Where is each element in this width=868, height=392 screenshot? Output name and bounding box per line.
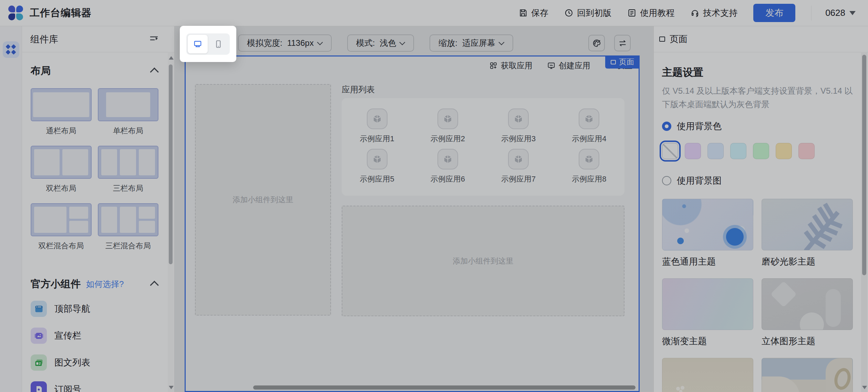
grid-plus-icon [489, 61, 498, 70]
sim-width-dropdown[interactable]: 模拟宽度: 1136px [238, 34, 332, 52]
get-app-link[interactable]: 获取应用 [489, 60, 533, 71]
theme-thumb-frosted[interactable] [762, 199, 853, 250]
theme-thumb-blue[interactable] [662, 199, 753, 250]
layout-thumb-single[interactable] [98, 88, 159, 121]
how-to-choose-link[interactable]: 如何选择? [86, 279, 124, 290]
sim-width-value: 1136px [287, 38, 314, 48]
cube-app-icon [508, 149, 529, 169]
color-swatch[interactable] [776, 143, 792, 159]
collapse-panel-icon[interactable] [149, 33, 159, 45]
layout-thumb-two-col[interactable] [31, 146, 92, 179]
swap-arrows-icon [618, 39, 627, 48]
right-panel-title: 页面 [670, 33, 688, 45]
layout-thumb-full[interactable] [31, 88, 92, 121]
left-rail [0, 26, 22, 392]
theme-label: 微渐变主题 [662, 335, 753, 347]
swatch-none[interactable] [662, 143, 678, 159]
widget-item-subscription[interactable]: 订阅号 [31, 381, 158, 392]
scroll-down-icon[interactable] [169, 386, 174, 389]
layout-item-three-mixed: 三栏混合布局 [98, 203, 159, 261]
right-panel-header: 页面 [654, 26, 868, 52]
app-item[interactable]: 示例应用1 [342, 109, 412, 144]
app-item[interactable]: 示例应用8 [554, 149, 624, 184]
app-label: 示例应用2 [431, 134, 465, 144]
widgets-section-header[interactable]: 官方小组件 如何选择? [31, 277, 158, 291]
theme-palette-button[interactable] [588, 35, 605, 51]
scrollbar-thumb[interactable] [862, 55, 866, 275]
mobile-mode-button[interactable] [208, 35, 228, 53]
support-button[interactable]: 技术支持 [690, 7, 737, 19]
cube-app-icon [437, 149, 458, 169]
scrollbar-thumb[interactable] [169, 64, 173, 264]
bottom-widget-placeholder[interactable]: 添加小组件到这里 [342, 206, 624, 316]
cube-app-icon [367, 149, 388, 169]
app-label: 示例应用6 [431, 174, 465, 184]
mode-dropdown[interactable]: 模式: 浅色 [347, 34, 414, 52]
scroll-up-icon[interactable] [169, 56, 174, 60]
chevron-down-icon [498, 39, 504, 45]
version-dropdown[interactable]: 0628 [811, 6, 856, 21]
layout-thumb-three-col[interactable] [98, 146, 159, 179]
layout-item-single: 单栏布局 [98, 88, 159, 146]
swap-button[interactable] [614, 35, 631, 51]
left-widget-placeholder[interactable]: 添加小组件到这里 [195, 84, 331, 316]
page-tag[interactable]: 页面 [605, 55, 640, 69]
image-text-list-icon [31, 354, 47, 371]
color-swatch[interactable] [798, 143, 815, 159]
revert-button[interactable]: 回到初版 [564, 7, 611, 19]
banner-icon [31, 328, 47, 344]
zoom-dropdown[interactable]: 缩放: 适应屏幕 [430, 34, 513, 52]
widget-item-banner[interactable]: 宣传栏 [31, 328, 158, 344]
save-button[interactable]: 保存 [518, 7, 548, 19]
app-item[interactable]: 示例应用5 [342, 149, 412, 184]
right-panel-scrollbar[interactable] [861, 53, 867, 392]
component-library-panel: 组件库 布局 通栏布局 单栏布局 双栏布局 [22, 26, 175, 392]
components-rail-button[interactable] [3, 41, 19, 58]
bg-image-radio-row[interactable]: 使用背景图 [662, 175, 854, 187]
bg-color-radio-row[interactable]: 使用背景色 [662, 120, 854, 132]
app-label: 示例应用4 [572, 134, 606, 144]
layout-grid: 通栏布局 单栏布局 双栏布局 三栏布局 双栏混合布局 [31, 88, 158, 261]
scroll-down-icon[interactable] [862, 386, 867, 389]
layout-label: 双栏混合布局 [31, 241, 92, 251]
desktop-mode-button[interactable] [188, 35, 208, 53]
cube-app-icon [508, 109, 529, 129]
color-swatch[interactable] [753, 143, 769, 159]
top-bar: 工作台编辑器 保存 回到初版 使用教程 技术支持 发布 0628 [0, 0, 868, 26]
horizontal-scrollbar-thumb[interactable] [253, 385, 636, 390]
theme-thumb-gradient[interactable] [662, 278, 753, 330]
app-item[interactable]: 示例应用3 [483, 109, 554, 144]
left-panel-scrollbar[interactable] [168, 53, 174, 392]
mode-label: 模式: [356, 38, 375, 49]
radio-unselected-icon[interactable] [662, 176, 671, 185]
widget-label: 订阅号 [54, 383, 81, 392]
app-item[interactable]: 示例应用7 [483, 149, 554, 184]
theme-thumb-beige[interactable] [662, 358, 753, 392]
page-canvas[interactable]: 获取应用 创建应用 设置 页面 添加小组件到这里 应用列表 示例应用1 示例 [185, 55, 640, 392]
mobile-icon [214, 40, 223, 49]
layout-thumb-three-mixed[interactable] [98, 203, 159, 236]
publish-button[interactable]: 发布 [753, 4, 795, 22]
app-list-card[interactable]: 示例应用1 示例应用2 示例应用3 示例应用4 示例应用5 示例应用6 示例应用… [342, 98, 624, 196]
theme-thumb-3d-shapes[interactable] [762, 278, 853, 330]
bg-image-label: 使用背景图 [677, 175, 722, 187]
color-swatch[interactable] [707, 143, 724, 159]
layout-section-header[interactable]: 布局 [31, 64, 158, 78]
app-item[interactable]: 示例应用2 [412, 109, 483, 144]
theme-thumb-architecture[interactable] [762, 358, 853, 392]
radio-selected-icon[interactable] [662, 122, 671, 131]
canvas-right-column: 应用列表 示例应用1 示例应用2 示例应用3 示例应用4 示例应用5 示例应用6… [342, 84, 624, 316]
placeholder-text: 添加小组件到这里 [233, 195, 293, 205]
create-app-link[interactable]: 创建应用 [547, 60, 590, 71]
color-swatch[interactable] [685, 143, 701, 159]
theme-option-beige [662, 358, 753, 392]
app-list-title: 应用列表 [342, 84, 624, 95]
color-swatch[interactable] [730, 143, 746, 159]
widget-item-top-nav[interactable]: 顶部导航 [31, 301, 158, 317]
layout-thumb-two-mixed[interactable] [31, 203, 92, 236]
app-item[interactable]: 示例应用6 [412, 149, 483, 184]
widget-item-image-text-list[interactable]: 图文列表 [31, 354, 158, 371]
layout-label: 三栏混合布局 [98, 241, 159, 251]
tutorial-button[interactable]: 使用教程 [627, 7, 674, 19]
app-item[interactable]: 示例应用4 [554, 109, 624, 144]
